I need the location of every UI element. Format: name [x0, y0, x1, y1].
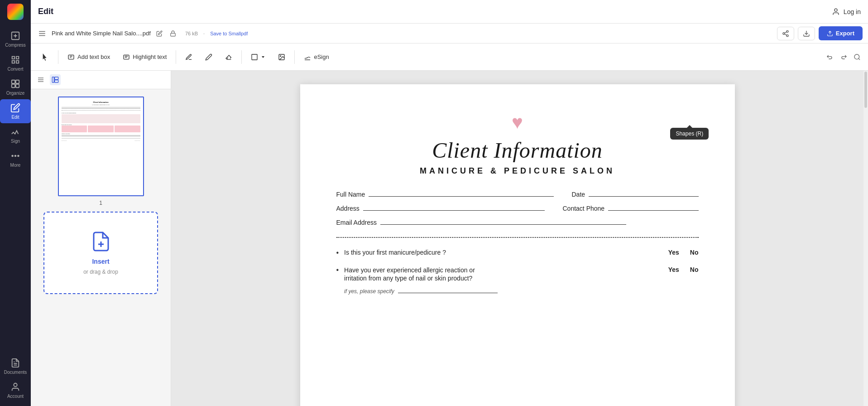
- yes-label-1: Yes: [668, 249, 679, 256]
- question-2: • Have you ever experienced allergic rea…: [336, 266, 699, 295]
- insert-label: Insert: [92, 258, 109, 265]
- svg-rect-40: [55, 80, 58, 82]
- sub-row-1: if yes, please specify: [344, 287, 654, 295]
- svg-point-7: [18, 155, 19, 157]
- question-2-text: Have you ever experienced allergic react…: [344, 266, 475, 282]
- download-button[interactable]: [798, 27, 815, 40]
- svg-rect-38: [52, 77, 54, 82]
- eraser-tool-button[interactable]: [220, 50, 238, 64]
- form-row-2: Address Contact Phone: [336, 203, 699, 212]
- question-2-row: • Have you ever experienced allergic rea…: [336, 266, 699, 295]
- form-row-3: Email Address: [336, 218, 699, 226]
- svg-rect-4: [16, 84, 19, 87]
- image-tool-button[interactable]: [273, 50, 291, 64]
- form-row-1: Full Name Date: [336, 189, 699, 198]
- undo-button[interactable]: [825, 52, 835, 63]
- export-button[interactable]: Export: [819, 26, 863, 40]
- svg-point-33: [854, 54, 859, 59]
- no-label-1: No: [690, 249, 699, 256]
- app-logo[interactable]: [7, 4, 24, 20]
- esign-label: eSign: [314, 53, 329, 60]
- toolbar-separator-3: [241, 50, 242, 64]
- question-1-text: Is this your first manicure/pedicure ?: [344, 249, 654, 256]
- svg-rect-30: [252, 54, 257, 60]
- secondary-bar: Pink and White Simple Nail Salo....pdf 7…: [31, 24, 868, 44]
- svg-rect-15: [171, 33, 176, 36]
- sidebar-item-edit[interactable]: Edit: [0, 99, 31, 123]
- thumbnail-panel-toggle[interactable]: [50, 74, 61, 85]
- svg-point-32: [280, 55, 281, 56]
- email-label: Email Address: [336, 219, 377, 226]
- highlight-text-button[interactable]: Highlight text: [117, 50, 172, 64]
- bullet-1: •: [336, 249, 339, 257]
- contact-phone-field: Contact Phone: [563, 203, 699, 212]
- full-name-label: Full Name: [336, 191, 365, 198]
- sidebar-item-sign[interactable]: Sign: [0, 123, 31, 147]
- pen-tool-button[interactable]: [180, 50, 198, 64]
- date-field: Date: [572, 189, 699, 198]
- date-line: [589, 189, 698, 197]
- add-text-box-button[interactable]: Add text box: [62, 50, 115, 64]
- file-name: Pink and White Simple Nail Salo....pdf: [52, 30, 151, 37]
- yes-no-2: Yes No: [659, 266, 699, 273]
- file-size: 76 kB: [185, 31, 198, 36]
- cursor-tool-button[interactable]: [36, 50, 54, 64]
- sidebar: Compress Convert Organize Edit Sign: [0, 0, 31, 406]
- toolbar-separator-1: [58, 50, 58, 64]
- save-to-smallpdf-link[interactable]: Save to Smallpdf: [210, 31, 248, 36]
- question-1-row: • Is this your first manicure/pedicure ?…: [336, 249, 699, 257]
- svg-rect-1: [12, 80, 15, 83]
- sidebar-item-account[interactable]: Account: [0, 378, 31, 402]
- sidebar-item-compress[interactable]: Compress: [0, 27, 31, 51]
- page-title: Edit: [38, 7, 53, 16]
- rename-button[interactable]: [154, 29, 164, 39]
- contact-phone-label: Contact Phone: [563, 205, 605, 212]
- date-label: Date: [572, 191, 585, 198]
- toolbar-separator-2: [176, 50, 176, 64]
- esign-tool-button[interactable]: eSign: [298, 50, 334, 64]
- thumbnail-image-1: Client Information MANICURE & PEDICURE S…: [58, 97, 144, 196]
- share-button[interactable]: [777, 27, 794, 40]
- lock-button[interactable]: [168, 29, 178, 39]
- yes-label-2: Yes: [668, 266, 679, 273]
- scrollbar-track[interactable]: [863, 71, 868, 406]
- contact-phone-line: [608, 203, 698, 211]
- export-label: Export: [836, 30, 854, 37]
- svg-point-5: [12, 155, 13, 157]
- scrollbar-thumb[interactable]: [864, 72, 867, 108]
- insert-panel[interactable]: Insert or drag & drop: [43, 212, 158, 294]
- login-label[interactable]: Log in: [844, 8, 861, 15]
- svg-point-22: [783, 33, 785, 34]
- sidebar-item-organize[interactable]: Organize: [0, 75, 31, 99]
- user-icon: [832, 8, 840, 16]
- search-button[interactable]: [852, 52, 863, 63]
- panel-menu-button[interactable]: [35, 74, 46, 85]
- toolbar-separator-4: [294, 50, 295, 64]
- pencil-tool-button[interactable]: [200, 50, 218, 64]
- sidebar-item-more[interactable]: More: [0, 147, 31, 171]
- shapes-dropdown-icon: [261, 55, 265, 59]
- shapes-tool-button[interactable]: [245, 50, 271, 64]
- pdf-page: ♥ Client Information MANICURE & PEDICURE…: [300, 84, 735, 406]
- sidebar-item-convert[interactable]: Convert: [0, 51, 31, 75]
- add-text-box-label: Add text box: [77, 53, 110, 60]
- no-label-2: No: [690, 266, 699, 273]
- main-area: Edit Log in Pink and White Simple Nail S…: [31, 0, 868, 406]
- menu-button[interactable]: [36, 28, 48, 39]
- if-yes-line: [398, 287, 498, 293]
- page-number-label: 1: [38, 200, 163, 206]
- address-label: Address: [336, 205, 360, 212]
- canvas-area: ♥ Client Information MANICURE & PEDICURE…: [171, 71, 863, 406]
- address-line: [363, 203, 545, 211]
- shapes-tool-wrapper: Shapes (R): [245, 50, 271, 64]
- highlight-text-label: Highlight text: [133, 53, 167, 60]
- thumbnail-area: Client Information MANICURE & PEDICURE S…: [31, 89, 171, 406]
- svg-point-6: [15, 155, 16, 157]
- page-thumbnail-1[interactable]: Client Information MANICURE & PEDICURE S…: [38, 97, 163, 206]
- panel-controls: [31, 71, 171, 89]
- email-line: [380, 218, 626, 225]
- redo-button[interactable]: [838, 52, 849, 63]
- sidebar-item-documents[interactable]: Documents: [0, 354, 31, 378]
- pdf-subtitle: MANICURE & PEDICURE SALON: [336, 166, 699, 176]
- content-area: Client Information MANICURE & PEDICURE S…: [31, 71, 868, 406]
